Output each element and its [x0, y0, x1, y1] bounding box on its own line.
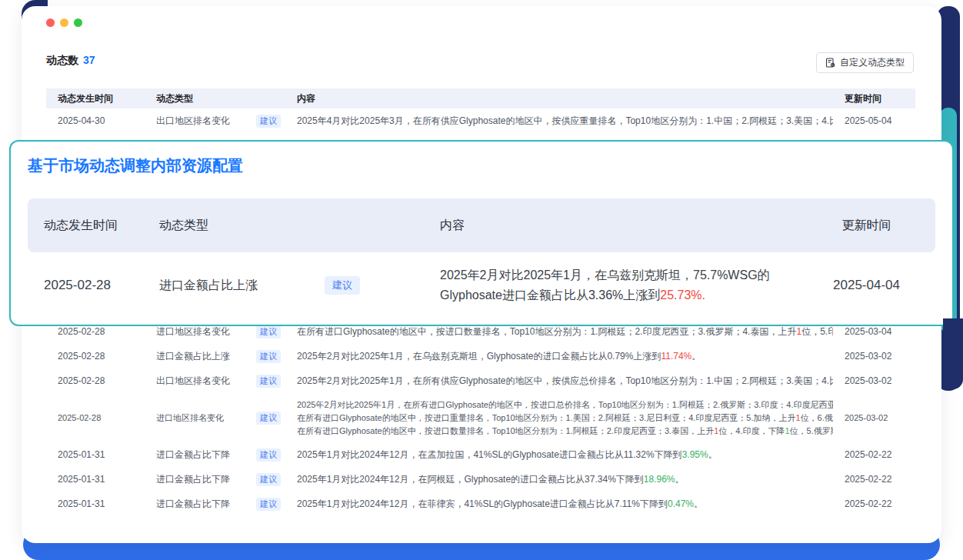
- customize-icon: [825, 58, 835, 68]
- value-up-text: 25.73%.: [660, 288, 705, 302]
- content-text: 在所有进口Glyphosate的地区中，按进口数量排名，Top10地区分别为：1…: [297, 426, 714, 435]
- value-down-text: 0.47%: [668, 498, 694, 509]
- content-line: 在所有进口Glyphosate的地区中，按进口数量排名，Top10地区分别为：1…: [297, 425, 833, 438]
- dynamics-count-label: 动态数: [46, 54, 78, 66]
- row-updated: 2025-03-02: [833, 413, 915, 422]
- content-line: 在所有进口Glyphosate的地区中，按进口数量排名，Top10地区分别为：1…: [297, 325, 833, 338]
- content-line: 2025年4月对比2025年3月，在所有供应Glyphosate的地区中，按供应…: [297, 115, 833, 128]
- customize-button-label: 自定义动态类型: [840, 56, 905, 69]
- row-time: 2025-01-31: [46, 498, 145, 509]
- row-updated: 2025-03-02: [833, 351, 915, 362]
- screen: 动态数37 自定义动态类型 动态发生时间 动态类型 内容 更新时间: [0, 0, 963, 560]
- content-text: 2025年2月对比2025年1月，在所有进口Glyphosate的地区中，按进口…: [297, 400, 833, 409]
- row-updated: 2025-03-02: [833, 375, 915, 386]
- overlay-panel: 基于市场动态调整内部资源配置 动态发生时间 动态类型 内容 更新时间 2025-…: [9, 140, 954, 326]
- content-text: 。: [694, 498, 703, 509]
- row-type: 进口金额占比上涨: [145, 350, 256, 363]
- row-updated: 2025-02-22: [833, 449, 915, 460]
- content-text: 。: [708, 449, 718, 460]
- row-updated: 2025-02-22: [833, 474, 915, 485]
- content-text: 位，4.印度，下降: [718, 426, 785, 435]
- content-line: 2025年1月对比2024年12月，在孟加拉国，41%SL的Glyphosate…: [297, 448, 833, 462]
- row-type: 进口地区排名变化: [145, 325, 256, 338]
- row-content: 2025年2月对比2025年1月，在所有进口Glyphosate的地区中，按进口…: [285, 398, 833, 438]
- overlay-header-updated: 更新时间: [798, 218, 935, 234]
- content-text: 2025年1月对比2024年12月，在阿根廷，Glyphosate的进口金额占比…: [297, 474, 644, 485]
- suggestion-badge: 建议: [256, 115, 281, 128]
- header-time: 动态发生时间: [46, 92, 145, 105]
- content-line: 2025年2月对比2025年1月，在乌兹别克斯坦，Glyphosate的进口金额…: [297, 350, 833, 363]
- content-text: 2025年4月对比2025年3月，在所有供应Glyphosate的地区中，按供应…: [297, 115, 833, 126]
- close-window-icon[interactable]: [46, 18, 55, 27]
- row-type: 出口地区排名变化: [145, 375, 256, 388]
- overlay-header-row: 动态发生时间 动态类型 内容 更新时间: [28, 198, 935, 252]
- suggestion-badge: 建议: [256, 375, 281, 388]
- table-row[interactable]: 2025-02-28进口金额占比上涨建议2025年2月对比2025年1月，在乌兹…: [46, 344, 915, 368]
- dynamics-count-value: 37: [83, 54, 95, 66]
- row-content: 2025年1月对比2024年12月，在孟加拉国，41%SL的Glyphosate…: [285, 448, 833, 462]
- content-line: 2025年1月对比2024年12月，在阿根廷，Glyphosate的进口金额占比…: [297, 473, 833, 486]
- row-type: 进口金额占比下降: [145, 473, 256, 486]
- overlay-header-content: 内容: [440, 218, 798, 234]
- row-type: 进口金额占比下降: [145, 448, 256, 462]
- suggestion-badge: 建议: [256, 448, 281, 462]
- row-updated: 2025-03-04: [833, 326, 915, 337]
- content-line: 2025年2月对比2025年1月，在所有进口Glyphosate的地区中，按进口…: [297, 398, 833, 412]
- overlay-header-type: 动态类型: [159, 218, 440, 234]
- content-line: 2025年1月对比2024年12月，在菲律宾，41%SL的Glyphosate进…: [297, 498, 833, 511]
- window-controls: [46, 18, 82, 27]
- row-type: 出口地区排名变化: [145, 115, 256, 128]
- table-row[interactable]: 2025-02-28出口地区排名变化建议2025年2月对比2025年1月，在所有…: [46, 368, 915, 393]
- overlay-title: 基于市场动态调整内部资源配置: [28, 155, 243, 176]
- content-text: 2025年2月对比2025年1月，在所有供应Glyphosate的地区中，按供应…: [297, 375, 833, 386]
- header-type: 动态类型: [145, 92, 285, 105]
- content-line: 在所有进口Glyphosate的地区中，按进口重量排名，Top10地区分别为：1…: [297, 412, 833, 425]
- row-type: 进口金额占比下降: [145, 498, 256, 511]
- row-updated: 2025-02-22: [833, 498, 915, 509]
- table-row[interactable]: 2025-01-31进口金额占比下降建议2025年1月对比2024年12月，在孟…: [46, 442, 915, 467]
- content-text: 2025年2月对比2025年1月，在乌兹别克斯坦，Glyphosate的进口金额…: [297, 351, 661, 362]
- row-content: 在所有进口Glyphosate的地区中，按进口数量排名，Top10地区分别为：1…: [285, 325, 833, 338]
- content-text: 2025年1月对比2024年12月，在孟加拉国，41%SL的Glyphosate…: [297, 449, 682, 460]
- overlay-row-content: 2025年2月对比2025年1月，在乌兹别克斯坦，75.7%WSG的Glypho…: [440, 265, 798, 305]
- overlay-row-type: 进口金额占比上涨: [159, 278, 325, 294]
- row-content: 2025年4月对比2025年3月，在所有供应Glyphosate的地区中，按供应…: [285, 115, 833, 128]
- table-header-row: 动态发生时间 动态类型 内容 更新时间: [46, 88, 915, 108]
- content-text: 位，5.印度，下降: [801, 326, 833, 337]
- suggestion-badge: 建议: [256, 473, 281, 486]
- maximize-window-icon[interactable]: [74, 18, 82, 27]
- row-time: 2025-04-30: [46, 115, 145, 126]
- overlay-row-updated: 2025-04-04: [798, 278, 935, 293]
- table-row[interactable]: 2025-04-30出口地区排名变化建议2025年4月对比2025年3月，在所有…: [46, 108, 915, 133]
- content-text: 在所有进口Glyphosate的地区中，按进口重量排名，Top10地区分别为：1…: [297, 413, 795, 422]
- overlay-data-row[interactable]: 2025-02-28 进口金额占比上涨 建议 2025年2月对比2025年1月，…: [28, 252, 935, 318]
- header-updated: 更新时间: [833, 92, 915, 105]
- content-line: 2025年2月对比2025年1月，在所有供应Glyphosate的地区中，按供应…: [297, 375, 833, 388]
- content-text: 位，5.俄罗斯...: [790, 426, 833, 435]
- row-time: 2025-02-28: [46, 413, 145, 422]
- content-text: 2025年1月对比2024年12月，在菲律宾，41%SL的Glyphosate进…: [297, 498, 668, 509]
- row-content: 2025年2月对比2025年1月，在所有供应Glyphosate的地区中，按供应…: [285, 375, 833, 388]
- table-row[interactable]: 2025-01-31进口金额占比下降建议2025年1月对比2024年12月，在阿…: [46, 467, 915, 492]
- value-up-text: 11.74%: [661, 351, 691, 362]
- content-text: 。: [691, 351, 701, 362]
- overlay-row-time: 2025-02-28: [44, 278, 159, 293]
- content-text: 位，6.俄罗...: [801, 413, 833, 422]
- row-time: 2025-02-28: [46, 375, 145, 386]
- value-down-text: 3.95%: [682, 449, 708, 460]
- row-updated: 2025-05-04: [833, 115, 915, 126]
- row-content: 2025年1月对比2024年12月，在菲律宾，41%SL的Glyphosate进…: [285, 498, 833, 511]
- content-text: 。: [675, 474, 685, 485]
- value-down-text: 18.96%: [644, 474, 675, 485]
- row-content: 2025年2月对比2025年1月，在乌兹别克斯坦，Glyphosate的进口金额…: [285, 350, 833, 363]
- minimize-window-icon[interactable]: [60, 18, 68, 27]
- table-row[interactable]: 2025-02-28进口地区排名变化建议2025年2月对比2025年1月，在所有…: [46, 393, 915, 442]
- row-time: 2025-01-31: [46, 449, 145, 460]
- suggestion-badge: 建议: [325, 276, 360, 295]
- table-row[interactable]: 2025-01-31进口金额占比下降建议2025年1月对比2024年12月，在菲…: [46, 492, 915, 516]
- overlay-header-time: 动态发生时间: [44, 218, 159, 234]
- row-content: 2025年1月对比2024年12月，在阿根廷，Glyphosate的进口金额占比…: [285, 473, 833, 486]
- customize-dynamic-type-button[interactable]: 自定义动态类型: [816, 52, 914, 73]
- row-time: 2025-01-31: [46, 474, 145, 485]
- page-title: 动态数37: [46, 54, 95, 68]
